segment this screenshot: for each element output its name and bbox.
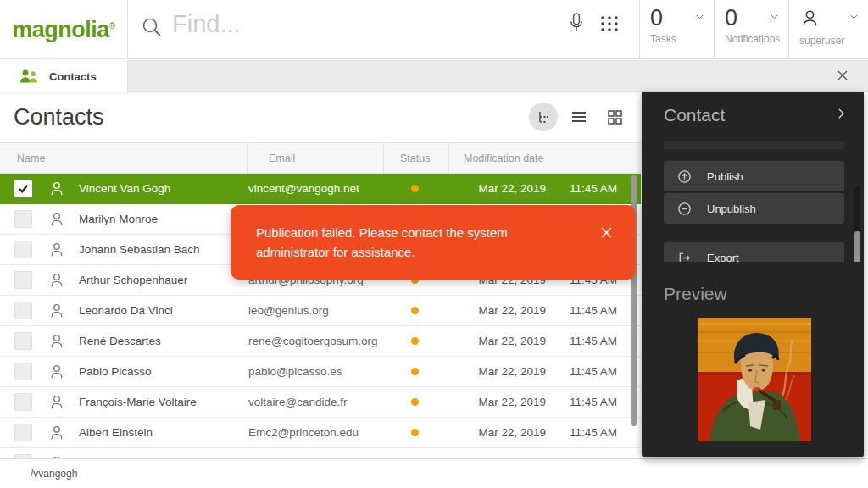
column-header-status[interactable]: Status [383,142,448,174]
modification-date: Mar 22, 2019 [448,365,546,378]
status-bar: /vvangogh [0,458,868,488]
modification-date: Mar 22, 2019 [448,426,546,439]
selected-node-path: /vvangogh [31,468,77,480]
column-header-modification-date[interactable]: Modification date [448,142,641,174]
collapse-panel-icon[interactable] [833,106,849,125]
panel-scrollbar-thumb[interactable] [854,231,860,262]
contact-email: leo@genius.org [246,304,383,317]
status-cell [383,185,448,192]
user-label: superuser [799,35,868,47]
modification-date: Mar 22, 2019 [448,335,546,347]
contact-email: rene@cogitoergosum.org [246,335,383,347]
contact-email: vincent@vangogh.net [246,182,383,195]
status-dot-icon [411,337,419,345]
modification-date-cell: Mar 22, 2019 11:45 AM [448,426,641,439]
modification-time: 11:45 AM [546,396,617,408]
modification-date-cell: Mar 22, 2019 11:45 AM [448,304,641,317]
list-view-button[interactable] [565,103,593,131]
person-icon [47,302,66,320]
table-row[interactable]: François-Marie Voltaire voltaire@candide… [0,387,641,418]
person-icon [47,332,66,351]
modification-time: 11:45 AM [546,426,617,439]
publish-button[interactable]: Publish [664,161,844,191]
error-toast[interactable]: Publication failed. Please contact the s… [231,205,636,280]
person-icon [47,241,66,259]
tab-label: Contacts [49,70,97,83]
microphone-icon[interactable] [566,11,587,40]
contact-name: Leonardo Da Vinci [66,304,246,317]
search-icon [140,15,164,39]
table-row[interactable]: Vincent Van Gogh vincent@vangogh.net Mar… [0,174,641,204]
notifications-widget[interactable]: 0 Notifications [715,0,789,59]
panel-scrollbar-track[interactable] [854,186,860,262]
modification-date-cell: Mar 22, 2019 11:45 AM [448,335,641,347]
status-dot-icon [411,307,419,314]
app-tab-bar: Contacts [0,60,868,92]
tasks-widget[interactable]: 0 Tasks [640,0,715,59]
search-input[interactable] [172,10,511,38]
table-row[interactable]: René Descartes rene@cogitoergosum.org Ma… [0,326,641,357]
export-icon [677,251,692,263]
row-checkbox[interactable] [14,332,32,350]
status-cell [383,307,448,314]
modification-time: 11:45 AM [546,304,617,317]
row-checkbox[interactable] [14,424,32,441]
row-checkbox[interactable] [14,302,32,319]
toast-close-icon[interactable] [599,225,614,243]
contact-email: Emc2@princeton.edu [246,426,383,439]
table-row[interactable] [0,448,641,458]
person-icon [47,393,66,412]
status-cell [383,368,448,375]
action-label: Unpublish [707,202,756,215]
tree-view-button[interactable] [529,103,558,131]
status-dot-icon [411,398,419,406]
column-header-name[interactable]: Name [0,142,247,174]
contact-name: Johann Sebastian Bach [66,243,246,256]
modification-date-cell: Mar 22, 2019 11:45 AM [448,396,641,408]
row-checkbox[interactable] [14,271,32,289]
notifications-label: Notifications [725,33,788,45]
page-title: Contacts [14,104,104,130]
table-header: Name Email Status Modification date [0,142,641,174]
user-menu[interactable]: superuser [789,0,868,59]
status-cell [383,337,448,345]
contact-name: Pablo Picasso [66,365,246,378]
table-row[interactable]: Albert Einstein Emc2@princeton.edu Mar 2… [0,418,641,448]
modification-date: Mar 22, 2019 [448,396,546,408]
close-app-icon[interactable] [836,69,849,86]
modification-time: 11:45 AM [546,182,617,195]
status-dot-icon [411,185,419,192]
contacts-people-icon [19,69,39,84]
logo[interactable]: magnolia® [0,0,128,59]
contact-name: Albert Einstein [66,426,246,439]
row-checkbox[interactable] [14,241,32,258]
modification-time: 11:45 AM [546,335,617,347]
contact-name: René Descartes [66,335,246,347]
modification-date: Mar 22, 2019 [448,182,546,195]
column-header-email[interactable]: Email [247,142,383,174]
chevron-down-icon[interactable] [849,10,860,25]
scrolled-action-item[interactable] [664,141,844,149]
modification-date-cell: Mar 22, 2019 11:45 AM [448,182,641,195]
person-icon [47,424,66,442]
row-checkbox[interactable] [14,210,32,228]
chevron-down-icon[interactable] [769,10,780,25]
modification-time: 11:45 AM [546,365,617,378]
publish-icon [677,169,692,184]
apps-grid-icon[interactable] [598,13,620,38]
row-checkbox[interactable] [14,180,32,197]
thumbnail-view-button[interactable] [600,103,629,131]
row-checkbox[interactable] [14,393,32,411]
toast-message: Publication failed. Please contact the s… [256,223,553,262]
person-icon [47,180,66,198]
chevron-down-icon[interactable] [694,10,705,25]
table-row[interactable]: Pablo Picasso pablo@picasso.es Mar 22, 2… [0,357,641,387]
view-toggles [529,103,629,131]
export-button[interactable]: Export [664,242,844,262]
unpublish-button[interactable]: Unpublish [664,193,844,224]
action-label: Publish [707,170,743,183]
tab-contacts[interactable]: Contacts [0,60,128,92]
user-icon [799,8,821,29]
row-checkbox[interactable] [14,363,32,380]
table-row[interactable]: Leonardo Da Vinci leo@genius.org Mar 22,… [0,296,641,326]
